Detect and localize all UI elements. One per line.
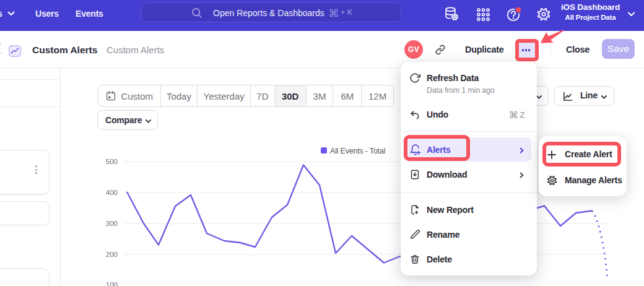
- svg-text:All Events - Total: All Events - Total: [330, 147, 385, 155]
- svg-text:200: 200: [106, 251, 118, 258]
- svg-text:500: 500: [106, 158, 118, 165]
- svg-text:400: 400: [106, 189, 118, 196]
- svg-text:100: 100: [106, 281, 118, 286]
- svg-text:300: 300: [106, 220, 118, 227]
